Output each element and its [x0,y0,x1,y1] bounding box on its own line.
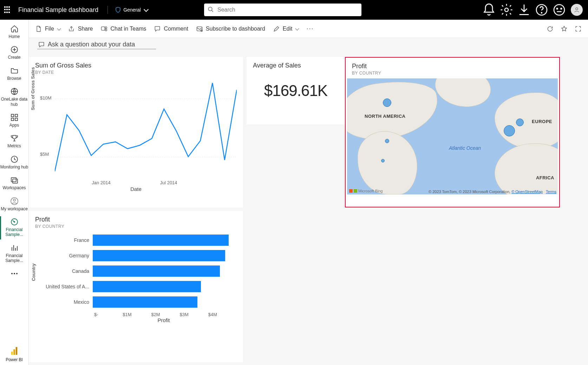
map-label-eu: EUROPE [532,119,552,124]
svg-rect-11 [11,114,14,117]
rail-metrics[interactable]: Metrics [0,131,28,152]
map-bubble[interactable] [504,125,515,136]
bar-category: Mexico [40,299,93,305]
cmd-share[interactable]: Share [68,25,93,32]
svg-point-7 [561,8,562,9]
search-icon [208,6,214,13]
bar-row: United States of A... [40,279,237,294]
cmd-file[interactable]: File [35,25,60,32]
svg-point-6 [557,8,558,9]
svg-rect-12 [15,114,18,117]
rail-apps[interactable]: Apps [0,110,28,131]
svg-rect-25 [102,27,105,30]
tile-subtitle: BY COUNTRY [29,223,243,231]
kpi-value: $169.61K [247,82,345,100]
notifications-button[interactable] [482,3,496,17]
svg-point-27 [105,29,107,31]
monitor-icon [10,155,19,164]
svg-point-19 [13,199,15,201]
svg-point-26 [105,27,107,28]
map-label-na: NORTH AMERICA [365,114,406,119]
share-icon [68,25,75,32]
avatar-icon [571,4,583,16]
help-button[interactable] [535,3,549,17]
tile-subtitle: BY DATE [29,69,243,77]
comment-icon [38,41,45,48]
onelake-icon [10,87,19,96]
cmd-more[interactable]: ··· [306,25,314,32]
dashboard-title: Financial Sample dashboard [18,6,98,14]
cmd-edit[interactable]: Edit [273,25,299,32]
bar-chart: Country FranceGermanyCanadaUnited States… [38,232,237,347]
ellipsis-icon: ··· [306,25,314,32]
rail-more[interactable] [0,267,28,282]
file-icon [35,25,42,32]
svg-point-21 [14,222,14,222]
tile-title: Profit [346,58,559,70]
map-bing-logo: Microsoft Bing [349,189,383,193]
tile-profit-bar[interactable]: Profit BY COUNTRY Country FranceGermanyC… [29,211,243,362]
map-label-af: AFRICA [536,175,554,180]
search-input[interactable] [204,4,361,16]
svg-rect-24 [15,347,17,355]
bar-row: Mexico [40,294,237,310]
svg-point-0 [208,7,212,11]
bar-row: France [40,232,237,248]
rail-monitoring[interactable]: Monitoring hub [0,152,28,173]
trophy-icon [10,134,19,142]
rail-browse[interactable]: Browse [0,64,28,84]
account-button[interactable] [570,3,584,17]
svg-rect-22 [11,352,13,355]
svg-rect-16 [11,178,16,182]
qna-input[interactable]: Ask a question about your data [37,41,156,49]
refresh-button[interactable] [547,25,554,32]
app-launcher-icon[interactable] [4,6,11,13]
favorite-button[interactable] [561,25,568,32]
workspaces-icon [10,176,19,184]
tile-title: Sum of Gross Sales [29,57,243,69]
divider [107,6,108,14]
teams-icon [100,25,107,32]
rail-myworkspace[interactable]: My workspace [0,194,28,215]
svg-rect-17 [13,179,18,183]
settings-button[interactable] [499,3,514,17]
cmd-chat[interactable]: Chat in Teams [100,25,146,32]
y-tick: $5M [40,152,49,157]
bar-row: Germany [40,248,237,263]
rail-workspaces[interactable]: Workspaces [0,173,28,194]
y-axis-label: Sum of Gross Sales [30,67,35,110]
bar-category: Canada [40,268,93,274]
rail-financial-dashboard[interactable]: Financial Sample... [0,215,28,241]
feedback-button[interactable] [552,3,566,17]
svg-point-8 [576,8,578,10]
terms-link[interactable]: Terms [546,190,556,194]
bar-category: Germany [40,253,93,258]
rail-create[interactable]: Create [0,43,28,63]
tile-gross-sales-line[interactable]: Sum of Gross Sales BY DATE Sum of Gross … [29,57,243,207]
home-icon [10,25,19,33]
sensitivity-label[interactable]: General [115,7,148,13]
powerbi-icon [11,346,18,356]
tile-avg-sales[interactable]: Average of Sales $169.61K [247,57,345,124]
cmd-subscribe[interactable]: Subscribe to dashboard [196,25,265,32]
x-tick: Jan 2014 [92,180,111,185]
cmd-comment[interactable]: Comment [154,25,188,32]
download-button[interactable] [517,3,531,17]
comment-icon [154,25,161,32]
rail-onelake[interactable]: OneLake data hub [0,84,28,110]
y-axis-label: Country [31,263,36,281]
search-container [204,4,361,16]
svg-line-1 [211,10,213,12]
plus-circle-icon [10,45,19,54]
rail-powerbi[interactable]: Power BI [0,344,28,365]
fullscreen-button[interactable] [575,25,582,32]
gauge-icon [10,218,19,226]
rail-financial-report[interactable]: Financial Sample... [0,241,28,267]
osm-link[interactable]: © OpenStreetMap [511,190,543,194]
svg-rect-13 [11,118,14,121]
tile-profit-map[interactable]: Profit BY COUNTRY NORTH AMERICA EUROPE A… [345,57,560,207]
subscribe-icon [196,25,203,32]
chevron-down-icon [57,26,61,30]
bar-category: United States of A... [40,284,93,289]
rail-home[interactable]: Home [0,22,28,43]
